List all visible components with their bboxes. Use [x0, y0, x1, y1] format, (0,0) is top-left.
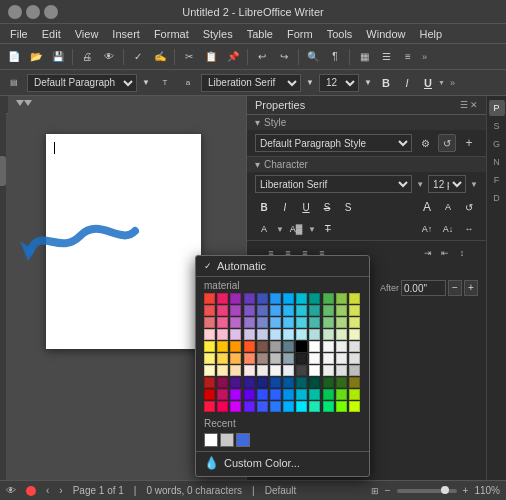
close-button[interactable]	[44, 5, 58, 19]
color-swatch[interactable]	[270, 377, 281, 388]
char-bold-btn[interactable]: B	[255, 198, 273, 216]
color-swatch[interactable]	[283, 401, 294, 412]
color-swatch[interactable]	[244, 341, 255, 352]
char-highlight-btn[interactable]: A▓	[287, 220, 305, 238]
char-underline-btn[interactable]: U	[297, 198, 315, 216]
char-sub-btn[interactable]: A↓	[439, 220, 457, 238]
color-swatch[interactable]	[270, 389, 281, 400]
char-italic-btn[interactable]: I	[276, 198, 294, 216]
font-tools-btn[interactable]: T	[155, 73, 175, 93]
color-swatch[interactable]	[230, 365, 241, 376]
menu-tools[interactable]: Tools	[321, 27, 359, 41]
color-swatch[interactable]	[349, 353, 360, 364]
color-swatch[interactable]	[230, 353, 241, 364]
char-size-small-btn[interactable]: A	[439, 198, 457, 216]
menu-help[interactable]: Help	[413, 27, 448, 41]
recent-color-swatch[interactable]	[220, 433, 234, 447]
char-super-btn[interactable]: A↑	[418, 220, 436, 238]
view-mode-btn[interactable]: ⊞	[371, 486, 379, 496]
color-swatch[interactable]	[270, 353, 281, 364]
italic-btn[interactable]: I	[398, 74, 416, 92]
color-swatch[interactable]	[244, 389, 255, 400]
color-swatch[interactable]	[257, 389, 268, 400]
paragraph-style-select[interactable]: Default Paragraph Sty	[27, 74, 137, 92]
color-swatch[interactable]	[257, 365, 268, 376]
copy-button[interactable]: 📋	[201, 47, 221, 67]
color-swatch[interactable]	[309, 401, 320, 412]
style-value-select[interactable]: Default Paragraph Style	[255, 134, 412, 152]
para-marks-button[interactable]: ¶	[325, 47, 345, 67]
char-shadow-btn[interactable]: S	[339, 198, 357, 216]
zoom-slider[interactable]	[397, 489, 457, 493]
color-swatch[interactable]	[230, 329, 241, 340]
char-fontcolor-dropdown[interactable]: ▼	[276, 225, 284, 234]
color-swatch[interactable]	[283, 365, 294, 376]
properties-side-icon[interactable]: P	[489, 100, 505, 116]
char-size-large-btn[interactable]: A	[418, 198, 436, 216]
color-swatch[interactable]	[336, 329, 347, 340]
color-swatch[interactable]	[217, 329, 228, 340]
color-swatch[interactable]	[296, 365, 307, 376]
color-swatch[interactable]	[257, 329, 268, 340]
color-swatch[interactable]	[349, 365, 360, 376]
style-refresh-icon[interactable]: ↺	[438, 134, 456, 152]
color-swatch[interactable]	[296, 293, 307, 304]
font-size-select[interactable]: 12 pt	[319, 74, 359, 92]
color-swatch[interactable]	[230, 401, 241, 412]
color-swatch[interactable]	[349, 389, 360, 400]
color-swatch[interactable]	[296, 329, 307, 340]
color-swatch[interactable]	[336, 353, 347, 364]
print-button[interactable]: 🖨	[77, 47, 97, 67]
color-swatch[interactable]	[217, 317, 228, 328]
char-font-dropdown[interactable]: ▼	[416, 180, 424, 189]
color-swatch[interactable]	[309, 305, 320, 316]
spellcheck-button[interactable]: ✓	[128, 47, 148, 67]
color-swatch[interactable]	[217, 353, 228, 364]
menu-window[interactable]: Window	[360, 27, 411, 41]
color-swatch[interactable]	[336, 293, 347, 304]
color-swatch[interactable]	[296, 389, 307, 400]
color-swatch[interactable]	[244, 305, 255, 316]
align-button[interactable]: ☰	[376, 47, 396, 67]
char-section-header[interactable]: ▾ Character	[247, 157, 486, 172]
color-swatch[interactable]	[204, 293, 215, 304]
color-swatch[interactable]	[283, 341, 294, 352]
zoom-dec-btn[interactable]: −	[385, 485, 391, 496]
color-swatch[interactable]	[309, 293, 320, 304]
color-swatch[interactable]	[204, 341, 215, 352]
color-swatch[interactable]	[309, 353, 320, 364]
color-swatch[interactable]	[323, 389, 334, 400]
color-swatch[interactable]	[296, 317, 307, 328]
redo-button[interactable]: ↪	[274, 47, 294, 67]
color-swatch[interactable]	[323, 365, 334, 376]
color-swatch[interactable]	[296, 305, 307, 316]
color-swatch[interactable]	[296, 401, 307, 412]
color-swatch[interactable]	[323, 293, 334, 304]
color-swatch[interactable]	[230, 317, 241, 328]
gallery-side-icon[interactable]: G	[489, 136, 505, 152]
color-swatch[interactable]	[296, 341, 307, 352]
font-dropdown-btn[interactable]: ▼	[304, 73, 316, 93]
style-dropdown-btn[interactable]: ▼	[140, 73, 152, 93]
color-swatch[interactable]	[309, 389, 320, 400]
color-swatch[interactable]	[323, 329, 334, 340]
bold-btn[interactable]: B	[377, 74, 395, 92]
recent-color-swatch[interactable]	[236, 433, 250, 447]
document-page[interactable]	[46, 134, 201, 349]
new-button[interactable]: 📄	[4, 47, 24, 67]
color-swatch[interactable]	[244, 377, 255, 388]
color-swatch[interactable]	[336, 401, 347, 412]
functions-side-icon[interactable]: F	[489, 172, 505, 188]
color-swatch[interactable]	[349, 377, 360, 388]
color-swatch[interactable]	[204, 317, 215, 328]
color-swatch[interactable]	[270, 401, 281, 412]
eye-icon[interactable]: 👁	[6, 485, 16, 496]
color-swatch[interactable]	[217, 401, 228, 412]
table-button[interactable]: ▦	[354, 47, 374, 67]
panel-menu-icon[interactable]: ☰	[460, 100, 468, 110]
autocorrect-button[interactable]: ✍	[150, 47, 170, 67]
panel-close-icon[interactable]: ✕	[470, 100, 478, 110]
menu-view[interactable]: View	[69, 27, 105, 41]
undo-button[interactable]: ↩	[252, 47, 272, 67]
color-swatch[interactable]	[309, 329, 320, 340]
